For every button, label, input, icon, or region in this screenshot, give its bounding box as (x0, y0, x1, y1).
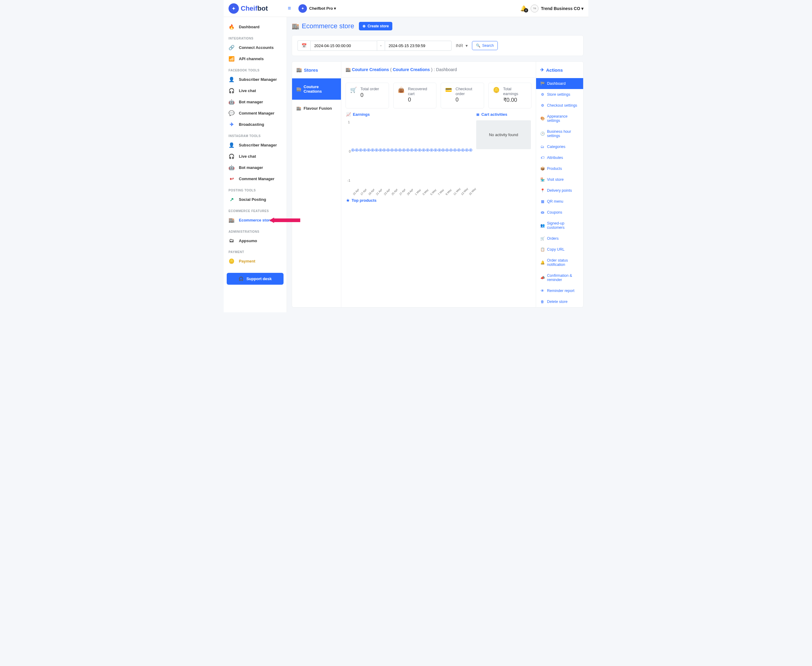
action-reminder-report[interactable]: 👁Reminder report (536, 285, 583, 296)
action-icon: 🎨 (540, 116, 545, 120)
sidebar-item-comment-manager[interactable]: 💬Comment Manager (224, 107, 287, 119)
sidebar-item-label: Ecommerce store (239, 218, 272, 223)
filter-bar: 📅 - INR▾ 🔍 Search (292, 35, 583, 56)
action-orders[interactable]: 🛒Orders (536, 233, 583, 244)
action-delete-store[interactable]: 🗑Delete store (536, 296, 583, 307)
action-checkout-settings[interactable]: ⚙Checkout settings (536, 100, 583, 111)
action-visit-store[interactable]: 🏪Visit store (536, 174, 583, 185)
action-label: Store settings (547, 92, 570, 97)
sidebar-section: FACEBOOK TOOLS (224, 64, 287, 74)
sidebar-item-subscriber-manager[interactable]: 👤Subscriber Manager (224, 140, 287, 151)
action-dashboard[interactable]: 🏁Dashboard (536, 78, 583, 89)
appsumo-icon: 🗂 (229, 238, 234, 243)
sidebar-item-broadcasting[interactable]: ✈Broadcasting (224, 119, 287, 130)
hamburger-icon[interactable]: ≡ (288, 5, 291, 12)
stat-value: 0 (360, 92, 379, 99)
sidebar-item-ecommerce-store[interactable]: 🏬Ecommerce store (224, 214, 287, 226)
action-label: Products (547, 166, 562, 171)
sidebar-item-label: Appsumo (239, 239, 257, 243)
action-icon: 📦 (540, 166, 545, 171)
action-appearance-settings[interactable]: 🎨Appearance settings (536, 111, 583, 126)
stat-card: 💳Checkout order0 (441, 82, 484, 109)
stat-card: 🛒Total order0 (345, 82, 389, 109)
earnings-chart: 1 0 -1 15 Apr17 Apr19 Apr21 Apr23 Apr25 … (349, 120, 471, 190)
action-icon: 📣 (540, 275, 545, 280)
sidebar-item-label: Dashboard (239, 25, 259, 29)
y-tick: -1 (347, 179, 350, 182)
breadcrumb: 🏬 Couture Creations ( Couture Creations … (341, 62, 536, 78)
sidebar-item-connect-accounts[interactable]: 🔗Connect Accounts (224, 42, 287, 53)
sidebar-item-appsumo[interactable]: 🗂Appsumo (224, 235, 287, 246)
search-button[interactable]: 🔍 Search (472, 41, 498, 50)
stat-icon: 👜 (398, 87, 404, 93)
stat-value: ₹0.00 (503, 97, 527, 103)
action-attributes[interactable]: 🏷Attributes (536, 152, 583, 163)
chart-point (434, 149, 437, 151)
action-order-status-notification[interactable]: 🔔Order status notification (536, 255, 583, 270)
search-icon: 🔍 (476, 43, 480, 48)
action-delivery-points[interactable]: 📍Delivery points (536, 185, 583, 196)
action-copy-url[interactable]: 📋Copy URL (536, 244, 583, 255)
bot-manager-icon: 🤖 (229, 165, 234, 170)
currency-select[interactable]: INR▾ (456, 43, 468, 48)
action-store-settings[interactable]: ⚙Store settings (536, 89, 583, 100)
action-label: Attributes (547, 155, 563, 160)
sidebar-item-live-chat[interactable]: 🎧Live chat (224, 151, 287, 162)
sidebar-section: PAYMENT (224, 246, 287, 256)
center-panel: 🏬 Couture Creations ( Couture Creations … (341, 61, 536, 307)
action-confirmation-reminder[interactable]: 📣Confirmation & reminder (536, 270, 583, 285)
action-signed-up-customers[interactable]: 👥Signed-up customers (536, 218, 583, 233)
support-desk-button[interactable]: 🎧 Support desk (227, 273, 284, 285)
store-item-flavour-fusion[interactable]: 🏬 Flavour Fusion (292, 100, 341, 117)
store-icon: 🏬 (296, 87, 301, 91)
date-to-input[interactable] (385, 41, 452, 51)
action-icon: 🗂 (540, 145, 545, 149)
sidebar-item-label: Bot manager (239, 165, 263, 170)
page-title: 🏬 Ecommerce store (292, 22, 354, 30)
sidebar-item-label: Broadcasting (239, 122, 264, 127)
action-label: Categories (547, 145, 565, 149)
sidebar-item-comment-manager[interactable]: ↩Comment Manager (224, 173, 287, 185)
action-label: Reminder report (547, 288, 574, 293)
stores-panel: 🏬 Stores 🏬 Couture Creations 🏬 Flavour F… (292, 61, 341, 307)
chart-point (462, 149, 464, 151)
sidebar-item-bot-manager[interactable]: 🤖Bot manager (224, 162, 287, 173)
notification-bell[interactable]: 🔔0 (520, 5, 527, 12)
action-label: Confirmation & reminder (547, 274, 579, 282)
action-business-hour-settings[interactable]: 🕒Business hour settings (536, 126, 583, 141)
action-categories[interactable]: 🗂Categories (536, 141, 583, 152)
sidebar-item-subscriber-manager[interactable]: 👤Subscriber Manager (224, 74, 287, 85)
action-icon: 👁 (540, 288, 545, 293)
create-store-button[interactable]: ⊕ Create store (359, 22, 392, 30)
chart-point (375, 149, 378, 151)
sidebar-item-bot-manager[interactable]: 🤖Bot manager (224, 96, 287, 107)
company-menu[interactable]: Trend Business CO ▾ (541, 6, 583, 11)
action-coupons[interactable]: 🎟Coupons (536, 207, 583, 218)
brand-logo[interactable]: ✦ Cheifbot (229, 3, 288, 14)
date-from-input[interactable] (310, 41, 377, 51)
app-switcher[interactable]: ✦ Cheifbot Pro ▾ (299, 4, 337, 13)
sidebar-item-label: Payment (239, 259, 255, 264)
action-products[interactable]: 📦Products (536, 163, 583, 174)
sidebar-item-payment[interactable]: 🪙Payment (224, 256, 287, 267)
chart-point (399, 149, 401, 151)
action-icon: 🏷 (540, 155, 545, 160)
sidebar-item-api-channels[interactable]: 📶API channels (224, 53, 287, 64)
chart-point (442, 149, 444, 151)
stat-card: 🪙Total earnings₹0.00 (489, 82, 532, 109)
action-label: Business hour settings (547, 129, 579, 138)
sidebar-item-live-chat[interactable]: 🎧Live chat (224, 85, 287, 96)
sidebar-item-social-posting[interactable]: ↗Social Posting (224, 194, 287, 205)
store-icon: 🏬 (296, 67, 302, 73)
stat-value: 0 (408, 97, 432, 103)
chart-icon: 📈 (346, 112, 351, 117)
action-icon: 👥 (540, 223, 545, 227)
action-qr-menu[interactable]: ▦QR menu (536, 196, 583, 207)
chart-point (465, 149, 468, 151)
store-item-couture-creations[interactable]: 🏬 Couture Creations (292, 78, 341, 100)
cart-activities-heading: ≣ Cart activities (476, 112, 531, 117)
action-label: Orders (547, 236, 559, 241)
sidebar-item-dashboard[interactable]: 🔥Dashboard (224, 21, 287, 33)
dashboard-icon: 🔥 (229, 24, 234, 30)
stat-icon: 💳 (445, 87, 452, 93)
